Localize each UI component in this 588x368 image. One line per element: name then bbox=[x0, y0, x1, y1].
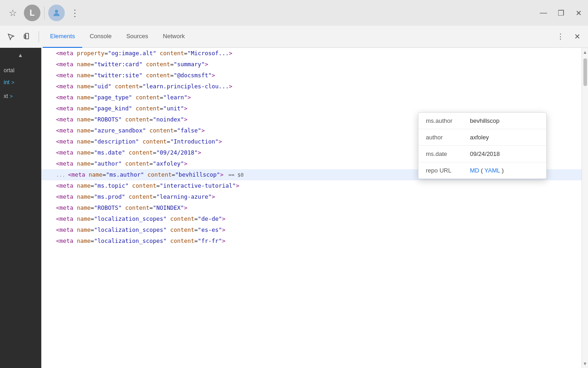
tooltip-key: repo URL bbox=[426, 167, 463, 174]
sidebar-item-xt[interactable]: xt > bbox=[0, 89, 41, 103]
sidebar-item-label: int bbox=[4, 79, 10, 86]
scroll-up-arrow[interactable]: ▲ bbox=[581, 48, 588, 57]
device-toggle-button[interactable] bbox=[20, 29, 35, 44]
html-line: <meta name="ROBOTS" content="NOINDEX"> bbox=[41, 202, 582, 213]
devtools-sidebar: ▲ ortal int > xt > bbox=[0, 48, 41, 368]
toolbar-divider bbox=[39, 31, 39, 42]
tooltip-key: ms.date bbox=[426, 150, 463, 157]
chevron-right-icon: > bbox=[11, 80, 14, 85]
close-button[interactable]: ✕ bbox=[574, 9, 582, 17]
tooltip-value: axfoley bbox=[470, 134, 489, 141]
title-bar: ☆ L ⋮ — ❐ ✕ bbox=[0, 0, 588, 26]
html-line: <meta name="localization_scopes" content… bbox=[41, 213, 582, 224]
html-line: <meta name="page_type" content="learn"> bbox=[41, 92, 582, 103]
devtools-body: ▲ ortal int > xt > <meta property="og:im… bbox=[0, 48, 588, 368]
devtools-tabs: Elements Console Sources Network bbox=[43, 26, 551, 48]
devtools-toolbar: Elements Console Sources Network ⋮ ✕ bbox=[0, 26, 588, 48]
html-line: <meta name="ms.topic" content="interacti… bbox=[41, 180, 582, 191]
tooltip-row-msdate: ms.date 09/24/2018 bbox=[418, 146, 546, 162]
md-link[interactable]: MD bbox=[470, 167, 479, 174]
tooltip-row-repourl: repo URL MD ( YAML ) bbox=[418, 162, 546, 178]
tooltip-value: 09/24/2018 bbox=[470, 150, 500, 157]
html-line: <meta name="ms.prod" content="learning-a… bbox=[41, 191, 582, 202]
profile-area: ☆ L ⋮ bbox=[6, 5, 81, 21]
html-line: <meta property="og:image.alt" content="M… bbox=[41, 48, 582, 59]
tooltip-row-msauthor: ms.author bevhillscop bbox=[418, 113, 546, 129]
tooltip-key: author bbox=[426, 134, 463, 141]
yaml-link[interactable]: YAML bbox=[485, 167, 500, 174]
html-source-view[interactable]: <meta property="og:image.alt" content="M… bbox=[41, 48, 582, 368]
tooltip-key: ms.author bbox=[426, 117, 463, 124]
bookmark-button[interactable]: ☆ bbox=[6, 6, 20, 20]
separator bbox=[44, 6, 45, 19]
tooltip-value: bevhillscop bbox=[470, 117, 499, 124]
tab-console[interactable]: Console bbox=[82, 26, 119, 48]
html-line: <meta name="twitter:card" content="summa… bbox=[41, 59, 582, 70]
tab-elements[interactable]: Elements bbox=[43, 26, 82, 48]
svg-point-0 bbox=[55, 10, 58, 13]
link-paren-close: ) bbox=[502, 167, 503, 174]
avatar-person[interactable] bbox=[48, 5, 65, 21]
right-scrollbar[interactable]: ▲ ▼ bbox=[582, 48, 588, 368]
window-controls: — ❐ ✕ bbox=[539, 9, 582, 17]
html-line: <meta name="localization_scopes" content… bbox=[41, 236, 582, 247]
html-line: <meta name="localization_scopes" content… bbox=[41, 224, 582, 236]
sidebar-item-int[interactable]: int > bbox=[0, 75, 41, 89]
more-button[interactable]: ⋮ bbox=[68, 6, 81, 20]
sidebar-item-label: xt bbox=[4, 93, 8, 99]
meta-tooltip-popup: ms.author bevhillscop author axfoley ms.… bbox=[418, 112, 547, 179]
link-separator: ( bbox=[481, 167, 483, 174]
tooltip-row-author: author axfoley bbox=[418, 129, 546, 146]
close-devtools-button[interactable]: ✕ bbox=[570, 29, 584, 44]
tabs-more-area: ⋮ ✕ bbox=[553, 29, 584, 44]
sidebar-scroll-up[interactable]: ▲ bbox=[0, 48, 41, 63]
devtools-panel: Elements Console Sources Network ⋮ ✕ ▲ o… bbox=[0, 26, 588, 368]
inspect-element-button[interactable] bbox=[4, 29, 18, 44]
more-tabs-button[interactable]: ⋮ bbox=[553, 29, 568, 44]
tab-sources[interactable]: Sources bbox=[119, 26, 156, 48]
html-line: <meta name="twitter:site" content="@docs… bbox=[41, 70, 582, 81]
maximize-button[interactable]: ❐ bbox=[557, 9, 565, 17]
minimize-button[interactable]: — bbox=[539, 9, 548, 17]
scroll-thumb[interactable] bbox=[583, 58, 587, 86]
tab-network[interactable]: Network bbox=[156, 26, 192, 48]
chevron-right-icon: > bbox=[10, 93, 12, 99]
tooltip-links: MD ( YAML ) bbox=[470, 167, 504, 174]
avatar-l[interactable]: L bbox=[24, 5, 40, 21]
html-line: <meta name="uid" content="learn.principl… bbox=[41, 81, 582, 92]
portal-label: ortal bbox=[0, 63, 41, 75]
scroll-down-arrow[interactable]: ▼ bbox=[581, 359, 588, 368]
